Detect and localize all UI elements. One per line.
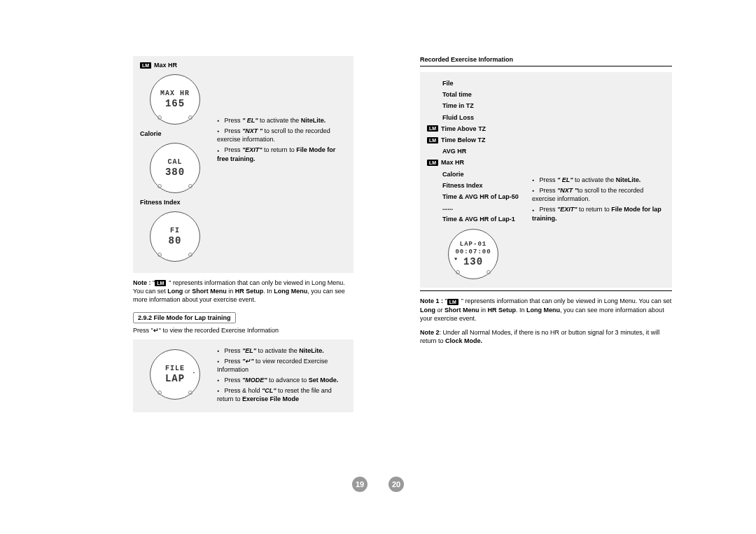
- list-item-text: Time & AVG HR of Lap-1: [442, 213, 515, 225]
- divider: [420, 290, 672, 291]
- list-item-text: Time & AVG HR of Lap-50: [442, 191, 519, 202]
- gray-box-top: LMMax HRMAX HR165CalorieCAL380Fitness In…: [133, 56, 354, 273]
- bullet: Press "EXIT" to return to File Mode for …: [217, 146, 346, 162]
- lm-badge: LM: [427, 137, 438, 143]
- watch-column: FILE LAP ▸: [140, 346, 210, 404]
- info-list: FileTotal timeTime in TZFluid LossLMTime…: [427, 78, 532, 225]
- lm-badge: LM: [140, 62, 151, 69]
- gray-box-bottom: FILE LAP ▸ Press "EL" to activate the Ni…: [133, 339, 354, 413]
- list-item-text: Time Above TZ: [441, 123, 486, 134]
- list-item-text: ......: [442, 202, 453, 213]
- page-19: LMMax HRMAX HR165CalorieCAL380Fitness In…: [0, 0, 378, 534]
- bullet: Press & hold "CL" to reset the file and …: [217, 386, 346, 403]
- list-item: Fitness Index: [427, 180, 532, 191]
- list-item: File: [427, 78, 532, 89]
- list-item: LMMax HR: [427, 157, 532, 168]
- bullet: Press " EL" to activate the NiteLite.: [217, 116, 346, 125]
- page-number: 19: [352, 477, 368, 492]
- instr-column: Press " EL" to activate the NiteLite. Pr…: [217, 60, 346, 165]
- list-item: AVG HR: [427, 146, 532, 157]
- list-item-text: Max HR: [441, 157, 464, 168]
- watch-face-lap: LAP-01 00:07:00 130 ♥: [448, 229, 498, 279]
- list-item-text: Time Below TZ: [441, 134, 485, 146]
- watch-face: MAX HR165: [150, 74, 200, 125]
- list-item-text: File: [442, 78, 454, 89]
- list-item: Time & AVG HR of Lap-50: [427, 191, 532, 202]
- list-item: Time in TZ: [427, 100, 532, 111]
- list-item: ......: [427, 202, 532, 213]
- watch-face: CAL380: [150, 143, 200, 193]
- section-header: Recorded Exercise Information: [420, 56, 672, 63]
- watch-face: FI80: [150, 211, 200, 262]
- list-item-text: AVG HR: [442, 146, 466, 157]
- bullet: Press "↵" to view recorded Exercise Info…: [217, 357, 346, 374]
- list-item-text: Calorie: [442, 169, 464, 180]
- watch-label: Fitness Index: [140, 199, 181, 206]
- list-item: Total time: [427, 89, 532, 100]
- watch-face: FILE LAP ▸: [150, 349, 200, 400]
- section-heading: 2.9.2 File Mode for Lap training: [133, 312, 236, 323]
- page-number: 20: [388, 477, 404, 492]
- bullet: Press " EL" to activate the NiteLite.: [532, 176, 665, 184]
- list-item: LMTime Above TZ: [427, 123, 532, 134]
- lm-badge: LM: [427, 160, 438, 166]
- gray-box-right: FileTotal timeTime in TZFluid LossLMTime…: [420, 72, 672, 288]
- list-item-text: Time in TZ: [442, 100, 474, 111]
- list-item-text: Fluid Loss: [442, 112, 474, 123]
- lm-badge: LM: [427, 125, 438, 132]
- instr-column: Press "EL" to activate the NiteLite. Pre…: [217, 346, 346, 406]
- page-20: Recorded Exercise Information FileTotal …: [378, 0, 756, 534]
- note-1: Note 1 : "LM" represents information tha…: [420, 297, 672, 322]
- list-item: Time & AVG HR of Lap-1: [427, 213, 532, 225]
- list-item: LMTime Below TZ: [427, 134, 532, 146]
- list-item: Calorie: [427, 169, 532, 180]
- bullet: Press "EL" to activate the NiteLite.: [217, 346, 346, 355]
- instr-column: Press " EL" to activate the NiteLite. Pr…: [532, 78, 665, 225]
- section-subtext: Press "↵" to view the recorded Exercise …: [133, 326, 354, 335]
- watch-column: LMMax HRMAX HR165CalorieCAL380Fitness In…: [140, 60, 210, 266]
- divider: [420, 66, 672, 66]
- bullet: Press "MODE" to advance to Set Mode.: [217, 376, 346, 384]
- bullet: Press "NXT "to scroll to the recorded ex…: [532, 186, 665, 203]
- bullet: Press "EXIT" to return to File Mode for …: [532, 205, 665, 222]
- list-item-text: Fitness Index: [442, 180, 483, 191]
- list-item: Fluid Loss: [427, 112, 532, 123]
- page-spread: LMMax HRMAX HR165CalorieCAL380Fitness In…: [0, 0, 756, 534]
- watch-label: Calorie: [140, 130, 162, 137]
- note: Note : "LM" represents information that …: [133, 279, 354, 304]
- note-2: Note 2: Under all Normal Modes, if there…: [420, 328, 672, 345]
- watch-label: Max HR: [154, 62, 177, 69]
- list-item-text: Total time: [442, 89, 472, 100]
- bullet: Press "NXT " to scroll to the recorded e…: [217, 127, 346, 143]
